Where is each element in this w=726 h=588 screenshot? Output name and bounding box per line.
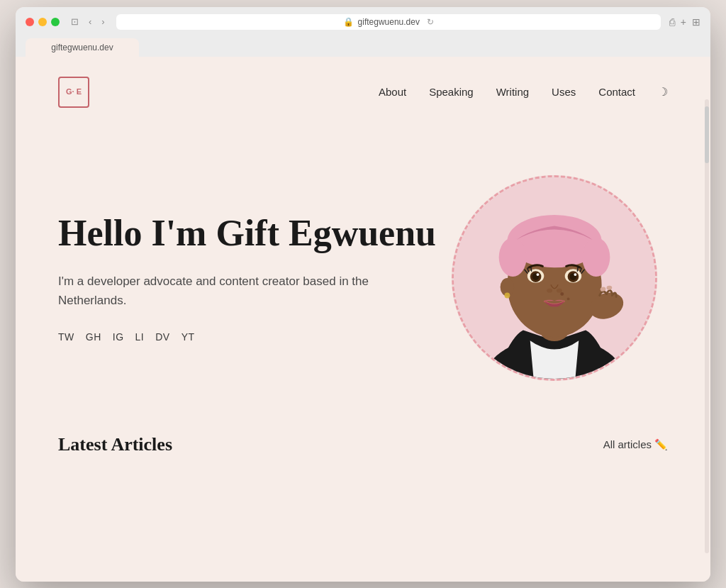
page-wrapper: G· E About Speaking Writing Uses Contact…	[16, 57, 710, 582]
social-yt[interactable]: YT	[182, 331, 195, 343]
scrollbar[interactable]	[705, 99, 709, 553]
all-articles-link[interactable]: All articles ✏️	[603, 438, 668, 451]
grid-icon[interactable]: ⊞	[692, 16, 700, 28]
articles-section: Latest Articles All articles ✏️	[58, 420, 668, 477]
social-li[interactable]: LI	[135, 331, 145, 343]
social-ig[interactable]: IG	[113, 331, 124, 343]
sidebar-toggle-icon[interactable]: ⊡	[68, 15, 82, 28]
browser-window: ⊡ ‹ › 🔒 giftegwuenu.dev ↻ ⎙ + ⊞ giftegwu…	[16, 7, 710, 582]
social-gh[interactable]: GH	[86, 331, 101, 343]
nav-uses[interactable]: Uses	[552, 86, 576, 98]
new-tab-icon[interactable]: +	[681, 16, 686, 28]
social-tw[interactable]: TW	[58, 331, 74, 343]
nav-contact[interactable]: Contact	[598, 86, 635, 98]
social-dv[interactable]: DV	[155, 331, 169, 343]
forward-button[interactable]: ›	[99, 15, 107, 28]
browser-right-controls: ⎙ + ⊞	[669, 16, 700, 28]
social-links: TW GH IG LI DV YT	[58, 331, 441, 343]
hero-avatar	[441, 165, 668, 392]
articles-header: Latest Articles All articles ✏️	[58, 434, 668, 455]
svg-point-7	[582, 238, 610, 277]
hero-section: Hello I'm Gift Egwuenu I'm a developer a…	[58, 122, 668, 420]
navigation: G· E About Speaking Writing Uses Contact…	[58, 57, 668, 122]
svg-point-11	[537, 273, 540, 276]
maximize-button[interactable]	[51, 18, 60, 26]
browser-top-bar: ⊡ ‹ › 🔒 giftegwuenu.dev ↻ ⎙ + ⊞	[26, 14, 700, 30]
site-logo[interactable]: G· E	[58, 77, 89, 108]
reload-icon[interactable]: ↻	[427, 17, 434, 27]
address-bar[interactable]: 🔒 giftegwuenu.dev ↻	[116, 14, 661, 30]
url-text: giftegwuenu.dev	[358, 17, 420, 27]
close-button[interactable]	[26, 18, 34, 26]
articles-title: Latest Articles	[58, 434, 172, 455]
avatar-circle	[452, 175, 657, 381]
page-content: G· E About Speaking Writing Uses Contact…	[16, 57, 710, 582]
minimize-button[interactable]	[38, 18, 47, 26]
hero-description: I'm a developer advocate and content cre…	[58, 272, 370, 310]
browser-controls: ⊡ ‹ ›	[68, 15, 108, 28]
nav-speaking[interactable]: Speaking	[429, 86, 474, 98]
all-articles-label: All articles	[603, 438, 652, 450]
svg-point-6	[499, 238, 527, 277]
svg-point-16	[547, 288, 552, 292]
nav-about[interactable]: About	[379, 86, 406, 98]
hero-text: Hello I'm Gift Egwuenu I'm a developer a…	[58, 212, 441, 343]
svg-point-21	[504, 292, 510, 298]
browser-tabs: giftegwuenu.dev	[26, 35, 700, 57]
theme-toggle-button[interactable]: ☽	[658, 86, 668, 98]
svg-point-15	[574, 273, 576, 276]
svg-point-18	[560, 292, 564, 296]
avatar-illustration	[454, 177, 655, 379]
browser-chrome: ⊡ ‹ › 🔒 giftegwuenu.dev ↻ ⎙ + ⊞ giftegwu…	[16, 7, 710, 57]
pencil-icon: ✏️	[654, 438, 668, 451]
back-button[interactable]: ‹	[86, 15, 94, 28]
scrollbar-thumb[interactable]	[705, 106, 709, 163]
svg-point-17	[557, 288, 562, 292]
active-tab[interactable]: giftegwuenu.dev	[26, 38, 139, 57]
lock-icon: 🔒	[343, 17, 354, 27]
traffic-lights	[26, 18, 60, 26]
svg-point-19	[567, 297, 570, 300]
nav-links: About Speaking Writing Uses Contact ☽	[379, 85, 668, 99]
hero-title: Hello I'm Gift Egwuenu	[58, 212, 441, 255]
share-icon[interactable]: ⎙	[669, 16, 675, 28]
nav-writing[interactable]: Writing	[496, 86, 529, 98]
